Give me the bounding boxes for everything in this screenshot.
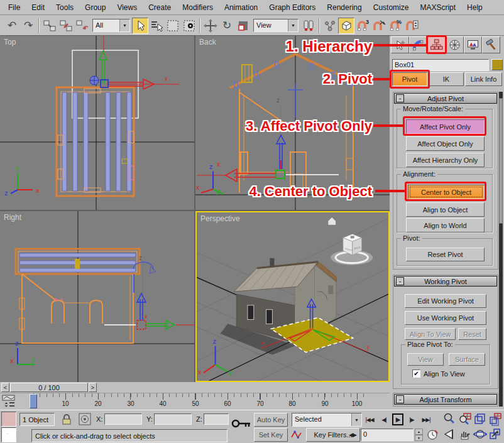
- align-to-view-button[interactable]: Align To View: [405, 328, 456, 340]
- menu-customize[interactable]: Customize: [368, 0, 415, 14]
- key-filter-scope-dropdown[interactable]: Selected▼: [292, 413, 362, 427]
- panel-scrollbar[interactable]: [499, 92, 503, 407]
- collapse-icon[interactable]: -: [396, 94, 404, 102]
- key-mode-toggle-button[interactable]: ◀▶: [347, 429, 358, 440]
- time-slider-handle[interactable]: 0 / 100: [10, 383, 88, 392]
- subtab-link-info[interactable]: Link Info: [465, 72, 502, 86]
- spin-down-icon[interactable]: ▼: [415, 435, 423, 441]
- auto-key-button[interactable]: Auto Key: [254, 413, 288, 427]
- viewport-back-label[interactable]: Back: [199, 38, 216, 46]
- edit-working-pivot-button[interactable]: Edit Working Pivot: [405, 294, 486, 308]
- previous-frame-button[interactable]: ◀|: [378, 414, 390, 425]
- frame-spinner[interactable]: ▲ ▼: [415, 429, 423, 441]
- menu-create[interactable]: Create: [143, 0, 177, 14]
- spin-up-icon[interactable]: ▲: [415, 429, 423, 435]
- menu-tools[interactable]: Tools: [50, 0, 79, 14]
- frame-slider-handle[interactable]: [30, 394, 37, 408]
- current-frame-field[interactable]: 0: [361, 429, 414, 441]
- maxscript-mini-listener-white[interactable]: .: [1, 427, 16, 442]
- tab-motion[interactable]: [446, 36, 464, 53]
- working-pivot-header[interactable]: - Working Pivot: [394, 276, 497, 287]
- menu-help[interactable]: Help: [461, 0, 488, 14]
- adjust-transform-header[interactable]: - Adjust Transform: [394, 394, 497, 405]
- set-key-button[interactable]: Set Key: [254, 428, 288, 442]
- select-object-button[interactable]: [132, 18, 148, 34]
- angle-snap-icon[interactable]: [371, 18, 387, 34]
- maximize-viewport-toggle[interactable]: [488, 428, 502, 442]
- menu-animation[interactable]: Animation: [219, 0, 263, 14]
- absolute-offset-mode-toggle[interactable]: [78, 413, 92, 426]
- menu-maxscript[interactable]: MAXScript: [414, 0, 461, 14]
- align-to-world-button[interactable]: Align to World: [406, 218, 485, 232]
- select-and-scale-button[interactable]: [235, 18, 251, 34]
- menu-group[interactable]: Group: [79, 0, 111, 14]
- open-mini-curve-editor-button[interactable]: [1, 395, 16, 408]
- default-tangent-button[interactable]: [290, 428, 304, 442]
- pan-button[interactable]: [458, 428, 472, 442]
- affect-object-only-button[interactable]: Affect Object Only: [406, 136, 485, 151]
- collapse-icon[interactable]: -: [396, 395, 404, 403]
- bind-to-space-warp-icon[interactable]: [74, 18, 90, 34]
- subtab-ik[interactable]: IK: [429, 72, 464, 86]
- select-by-name-button[interactable]: [148, 18, 165, 34]
- align-to-object-button[interactable]: Align to Object: [406, 202, 485, 217]
- collapse-icon[interactable]: -: [396, 277, 404, 285]
- maxscript-mini-listener-pink[interactable]: [1, 412, 16, 427]
- tab-utilities[interactable]: [482, 36, 500, 53]
- field-of-view-button[interactable]: [443, 428, 456, 442]
- dropdown-arrow-icon[interactable]: ▼: [288, 19, 298, 31]
- menu-rendering[interactable]: Rendering: [321, 0, 367, 14]
- menu-modifiers[interactable]: Modifiers: [177, 0, 219, 14]
- unlink-icon[interactable]: [58, 18, 74, 34]
- select-and-move-button[interactable]: [202, 18, 219, 34]
- go-to-end-button[interactable]: ▶▶|: [420, 414, 432, 425]
- viewport-top[interactable]: Top: [0, 36, 194, 210]
- place-view-button[interactable]: View: [407, 353, 444, 366]
- zoom-extents-all-button[interactable]: [488, 412, 502, 427]
- place-surface-button[interactable]: Surface: [449, 353, 485, 366]
- select-and-rotate-button[interactable]: ↻: [219, 18, 235, 34]
- x-coord-field[interactable]: [104, 413, 142, 425]
- time-slider-next-button[interactable]: >: [89, 383, 97, 392]
- menu-edit[interactable]: Edit: [26, 0, 50, 14]
- snaps-toggle-button[interactable]: [338, 18, 354, 34]
- selection-lock-toggle[interactable]: [60, 413, 74, 426]
- zoom-all-button[interactable]: [458, 412, 472, 427]
- viewport-perspective[interactable]: Perspective: [195, 211, 390, 382]
- menu-file[interactable]: File: [3, 0, 26, 14]
- track-bar-ruler[interactable]: 0 10 20 30 40 50 60 70 80 90 100: [18, 393, 376, 410]
- arc-rotate-button[interactable]: [473, 428, 487, 442]
- viewport-perspective-label[interactable]: Perspective: [200, 214, 240, 223]
- window-crossing-toggle-button[interactable]: [181, 18, 197, 34]
- viewport-right-label[interactable]: Right: [4, 213, 21, 222]
- select-and-manipulate-button[interactable]: [322, 18, 338, 34]
- redo-icon[interactable]: ↷: [20, 18, 36, 34]
- zoom-button[interactable]: [443, 412, 456, 427]
- undo-icon[interactable]: ↶: [4, 18, 20, 34]
- dropdown-arrow-icon[interactable]: ▼: [119, 19, 129, 31]
- zoom-extents-button[interactable]: [473, 412, 487, 427]
- align-to-view-checkbox[interactable]: ✔: [412, 369, 420, 378]
- time-configuration-button[interactable]: [427, 429, 439, 441]
- reset-pivot-button[interactable]: Reset Pivot: [406, 248, 485, 261]
- z-coord-field[interactable]: [204, 413, 229, 425]
- go-to-start-button[interactable]: |◀◀: [363, 414, 376, 425]
- play-button[interactable]: ▶: [392, 413, 403, 425]
- viewport-top-label[interactable]: Top: [4, 38, 16, 46]
- dropdown-arrow-icon[interactable]: ▼: [351, 413, 361, 426]
- rectangular-selection-region-button[interactable]: [165, 18, 181, 34]
- affect-hierarchy-only-button[interactable]: Affect Hierarchy Only: [406, 153, 485, 167]
- spinner-snap-icon[interactable]: [403, 18, 420, 34]
- reset-working-pivot-button[interactable]: Reset: [458, 328, 486, 340]
- next-frame-button[interactable]: |▶: [406, 414, 417, 425]
- snap-3d-icon[interactable]: 3: [354, 18, 371, 34]
- percent-snap-icon[interactable]: %: [387, 18, 403, 34]
- object-color-swatch[interactable]: [491, 59, 503, 70]
- time-slider-prev-button[interactable]: <: [1, 383, 9, 392]
- use-pivot-point-center-button[interactable]: [300, 18, 317, 34]
- menu-graph-editors[interactable]: Graph Editors: [263, 0, 321, 14]
- y-coord-field[interactable]: [154, 413, 192, 425]
- selection-filter-dropdown[interactable]: All▼: [92, 19, 130, 32]
- viewport-right[interactable]: Right: [0, 211, 194, 382]
- select-and-link-icon[interactable]: [41, 18, 58, 34]
